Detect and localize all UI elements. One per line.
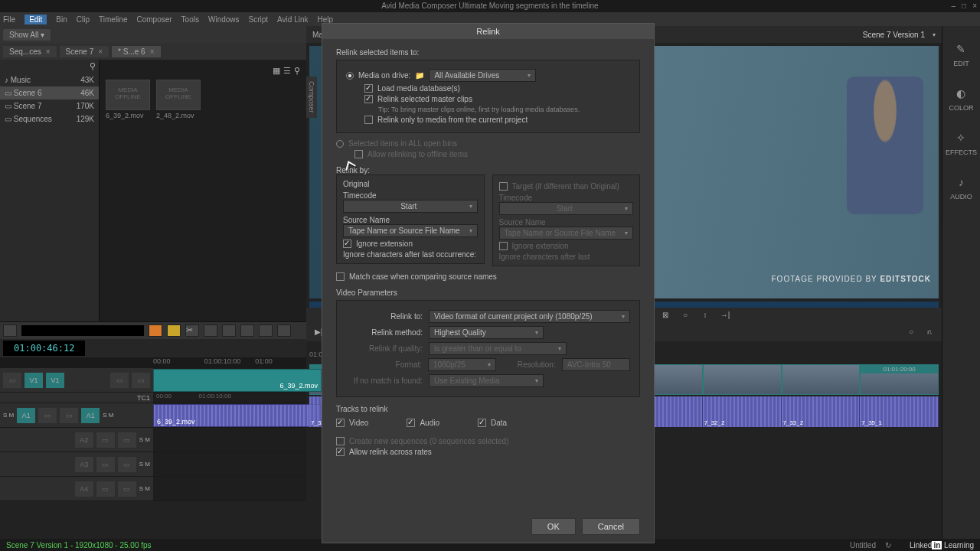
tool-button[interactable] [277, 324, 291, 337]
record-button[interactable]: ○ [905, 328, 917, 338]
track-patch[interactable]: ▭ [60, 408, 78, 423]
thumbnail-view-icon[interactable]: ▦ [273, 66, 280, 80]
overwrite-mode-button[interactable] [167, 324, 181, 337]
cut-button[interactable]: ✂ [185, 324, 199, 337]
tab-sequences[interactable]: Seq...ces× [3, 46, 57, 57]
tab-scene6[interactable]: * S...e 6× [112, 46, 160, 57]
track-a2: A2▭▭S M [0, 428, 306, 452]
search-icon[interactable]: ⚲ [90, 61, 96, 72]
track-patch-a1[interactable]: A1 [81, 408, 100, 423]
toggle-button[interactable]: ○ [679, 311, 691, 321]
timeline-ruler[interactable]: 00:00 01:00:10:00 01:00 [0, 357, 306, 368]
cancel-button[interactable]: Cancel [582, 518, 640, 535]
bin-item-sequences[interactable]: ▭ Sequences129K [0, 112, 99, 126]
edit-workspace-button[interactable]: ✎EDIT [953, 41, 969, 67]
tool-button[interactable]: →| [719, 311, 731, 321]
video-clip[interactable]: 6_39_2.mov [153, 369, 322, 392]
tool-button[interactable] [240, 324, 254, 337]
menu-help[interactable]: Help [318, 15, 334, 24]
relink-to-select[interactable]: Video format of current project only (10… [429, 310, 630, 323]
sequence-info: Scene 7 Version 1 - 1920x1080 - 25.00 fp… [6, 541, 152, 549]
timecode-select[interactable]: Start▾ [343, 200, 478, 213]
segment-mode-button[interactable] [149, 324, 162, 337]
track-patch-v1[interactable]: V1 [46, 373, 64, 388]
track-patch[interactable]: ▭ [118, 481, 136, 497]
menu-composer[interactable]: Composer [136, 15, 172, 24]
clip-thumb[interactable]: MEDIA OFFLINE [106, 80, 150, 110]
tool-button[interactable] [259, 324, 273, 337]
menu-clip[interactable]: Clip [77, 15, 90, 24]
menu-edit[interactable]: Edit [24, 15, 47, 24]
allow-rates-checkbox[interactable] [336, 448, 345, 456]
track-patch[interactable]: ▭ [38, 408, 57, 423]
track-selector-a3[interactable]: A3 [75, 457, 93, 472]
clip-label: 6_39_2.mov [106, 112, 150, 119]
menu-timeline[interactable]: Timeline [99, 15, 127, 24]
show-all-dropdown[interactable]: Show All ▾ [3, 29, 51, 41]
effects-workspace-button[interactable]: ✧EFFECTS [946, 130, 977, 156]
sequence-name[interactable]: Scene 7 Version 1 [863, 31, 925, 39]
video-track-checkbox[interactable] [336, 419, 345, 427]
composer-panel-label[interactable]: Composer [306, 77, 317, 118]
relink-master-checkbox[interactable] [364, 95, 373, 103]
bin-item-music[interactable]: ♪ Music43K [0, 73, 99, 86]
clip-thumb[interactable]: MEDIA OFFLINE [156, 80, 201, 110]
drives-select[interactable]: All Available Drives▾ [429, 69, 536, 82]
search-icon[interactable]: ⚲ [294, 66, 300, 80]
track-selector-a2[interactable]: A2 [75, 432, 93, 448]
maximize-icon[interactable]: □ [962, 0, 966, 12]
tc-input[interactable] [21, 325, 144, 336]
track-tc1: TC1 00:00 01:00:10:00 [0, 393, 306, 403]
track-monitor[interactable]: ▭ [110, 373, 129, 388]
tool-button[interactable] [222, 324, 236, 337]
track-selector[interactable]: ▭ [3, 373, 21, 388]
media-on-drive-radio[interactable] [346, 72, 354, 80]
bin-item-scene7[interactable]: ▭ Scene 7170K [0, 99, 99, 112]
audio-workspace-button[interactable]: ♪AUDIO [950, 174, 972, 201]
color-icon: ◐ [953, 86, 969, 101]
source-name-select[interactable]: Tape Name or Source File Name▾ [343, 224, 478, 237]
track-selector-a4[interactable]: A4 [75, 481, 93, 497]
menu-file[interactable]: File [3, 15, 15, 24]
minimize-icon[interactable]: – [952, 0, 956, 12]
relink-only-checkbox[interactable] [364, 116, 373, 124]
relink-method-select[interactable]: Highest Quality▾ [429, 326, 544, 339]
color-workspace-button[interactable]: ◐COLOR [949, 86, 973, 112]
folder-icon[interactable]: 📁 [415, 71, 424, 80]
clear-marks-button[interactable]: ⊠ [659, 311, 671, 321]
tool-button[interactable]: ↕ [699, 311, 711, 321]
audio-track-checkbox[interactable] [407, 419, 415, 427]
data-track-checkbox[interactable] [478, 419, 486, 427]
track-selector-v1[interactable]: V1 [24, 373, 43, 388]
load-media-checkbox[interactable] [364, 84, 373, 93]
list-view-icon[interactable]: ☰ [283, 66, 291, 80]
menu-windows[interactable]: Windows [208, 15, 240, 24]
match-case-checkbox[interactable] [336, 272, 345, 281]
close-icon[interactable]: × [972, 0, 977, 12]
track-selector-a1[interactable]: A1 [17, 408, 35, 423]
menu-avidlink[interactable]: Avid Link [277, 15, 308, 24]
ignore-ext-checkbox[interactable] [343, 240, 351, 248]
target-checkbox[interactable] [499, 182, 508, 191]
refresh-icon[interactable]: ↻ [885, 541, 891, 549]
menu-tools[interactable]: Tools [181, 15, 199, 24]
tab-close-icon[interactable]: × [98, 47, 103, 56]
ok-button[interactable]: OK [531, 518, 576, 535]
tab-close-icon[interactable]: × [46, 47, 51, 56]
ignore-chars-label: Ignore characters after last occurrence: [343, 250, 478, 259]
menu-bin[interactable]: Bin [56, 15, 67, 24]
track-patch[interactable]: ▭ [118, 432, 136, 448]
audio-clip[interactable]: 6_39_2.mov [153, 404, 322, 427]
track-patch[interactable]: ▭ [96, 481, 115, 497]
tab-close-icon[interactable]: × [150, 47, 155, 56]
tool-button[interactable]: ⎌ [923, 328, 936, 338]
track-patch[interactable]: ▭ [96, 457, 115, 472]
tool-button[interactable] [204, 324, 217, 337]
tool-button[interactable] [3, 324, 17, 337]
menu-script[interactable]: Script [249, 15, 269, 24]
bin-item-scene6[interactable]: ▭ Scene 646K [0, 86, 99, 99]
track-patch[interactable]: ▭ [96, 432, 115, 448]
track-monitor[interactable]: ▭ [132, 373, 150, 388]
track-patch[interactable]: ▭ [118, 457, 136, 472]
tab-scene7[interactable]: Scene 7× [60, 46, 109, 57]
